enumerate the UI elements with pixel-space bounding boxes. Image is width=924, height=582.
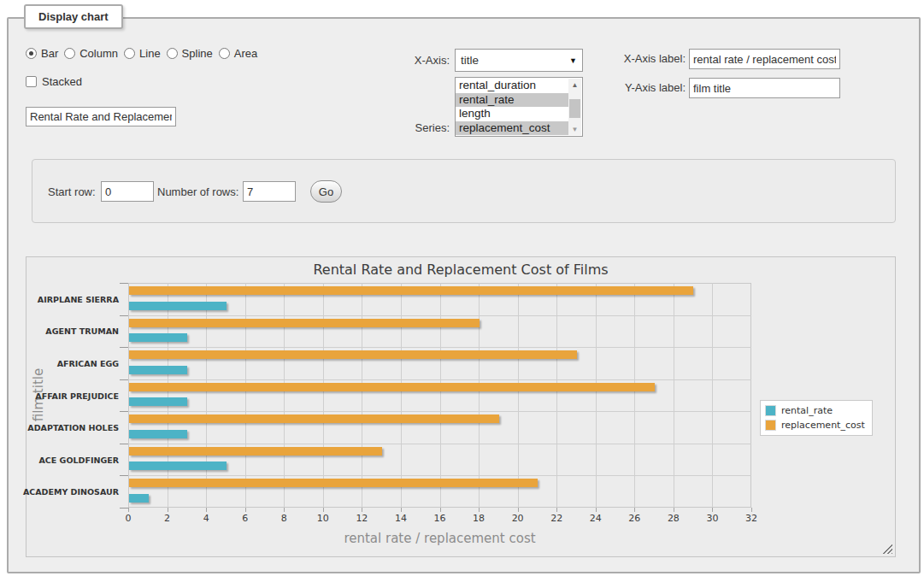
series-option[interactable]: replacement_cost — [456, 121, 568, 136]
chart-row — [129, 475, 750, 508]
bar-rental_rate — [129, 461, 227, 470]
x-tick-mark — [712, 508, 713, 512]
x-tick-mark — [284, 508, 285, 512]
y-tick-mark — [120, 475, 128, 476]
start-row-label: Start row: — [48, 181, 96, 203]
x-tick-mark — [323, 508, 324, 512]
bar-rental_rate — [129, 397, 187, 406]
y-tick-mark — [120, 444, 128, 444]
x-axis-select-label: X-Axis: — [385, 49, 450, 72]
x-tick-mark — [674, 508, 674, 512]
scroll-up-icon[interactable]: ▲ — [568, 79, 581, 91]
x-tick-mark — [128, 508, 129, 512]
series-option[interactable]: rental_rate — [456, 93, 568, 108]
chart-title-input[interactable] — [26, 107, 176, 126]
x-tick-label: 18 — [473, 513, 485, 524]
bar-rental_rate — [129, 333, 187, 342]
stacked-checkbox[interactable] — [26, 76, 37, 87]
legend-item: rental_rate — [765, 405, 865, 416]
chart-area: Rental Rate and Replacement Cost of Film… — [26, 256, 896, 557]
number-of-rows-input[interactable] — [243, 181, 296, 202]
bar-replacement_cost — [129, 479, 538, 487]
bar-replacement_cost — [129, 447, 382, 456]
x-tick-mark — [362, 508, 362, 512]
y-tick-mark — [120, 315, 128, 316]
chart-legend: rental_ratereplacement_cost — [760, 400, 873, 436]
radio-column[interactable]: Column — [64, 47, 118, 60]
x-tick-mark — [596, 508, 597, 512]
x-tick-mark — [401, 508, 402, 512]
y-tick-mark — [120, 379, 128, 380]
chart-row — [129, 379, 750, 412]
stacked-label: Stacked — [42, 75, 82, 88]
series-listbox-label: Series: — [385, 121, 450, 135]
fieldset-legend: Display chart — [24, 4, 123, 29]
radio-column-icon[interactable] — [64, 48, 75, 59]
x-tick-mark — [479, 508, 480, 512]
radio-area[interactable]: Area — [219, 47, 257, 60]
bar-rental_rate — [129, 494, 149, 503]
x-tick-label: 16 — [434, 513, 446, 524]
category-label: ACE GOLDFINGER — [38, 455, 119, 464]
rows-panel: Start row: Number of rows: Go — [32, 159, 896, 223]
chart-title: Rental Rate and Replacement Cost of Film… — [26, 262, 895, 278]
radio-spline[interactable]: Spline — [167, 47, 213, 60]
legend-label: replacement_cost — [781, 420, 865, 431]
legend-label: rental_rate — [781, 405, 833, 416]
x-tick-label: 20 — [512, 513, 524, 524]
radio-area-icon[interactable] — [219, 48, 230, 59]
x-tick-mark — [751, 508, 752, 512]
chart-type-radio-group: Bar Column Line Spline Area — [26, 47, 257, 60]
y-axis-label-input[interactable] — [689, 78, 840, 98]
x-axis-select[interactable]: title ▼ — [455, 49, 583, 72]
radio-line[interactable]: Line — [124, 47, 161, 60]
category-label: AIRPLANE SIERRA — [38, 294, 119, 303]
scrollbar-thumb[interactable] — [569, 99, 580, 118]
chart-row — [129, 315, 750, 348]
series-option-list: rental_durationrental_ratelengthreplacem… — [456, 79, 582, 135]
series-option[interactable]: rental_duration — [456, 79, 568, 93]
legend-swatch-replacement_cost — [765, 420, 776, 431]
radio-column-label: Column — [79, 47, 118, 60]
bar-replacement_cost — [129, 286, 693, 295]
category-label: AFFAIR PREJUDICE — [35, 391, 119, 400]
y-axis-label-caption: Y-Axis label: — [607, 78, 686, 97]
resize-handle-icon[interactable] — [882, 544, 892, 554]
radio-line-icon[interactable] — [124, 48, 135, 59]
start-row-input[interactable] — [101, 181, 154, 202]
x-tick-label: 28 — [668, 513, 680, 524]
x-tick-label: 2 — [164, 513, 170, 524]
radio-bar[interactable]: Bar — [26, 47, 58, 60]
listbox-scrollbar[interactable]: ▲ ▼ — [568, 79, 581, 135]
x-tick-label: 4 — [203, 513, 209, 524]
radio-spline-icon[interactable] — [167, 48, 178, 59]
y-tick-mark — [120, 508, 128, 509]
series-listbox[interactable]: rental_durationrental_ratelengthreplacem… — [455, 77, 583, 137]
x-tick-mark — [518, 508, 519, 512]
bar-replacement_cost — [129, 414, 499, 423]
x-tick-label: 32 — [745, 513, 757, 524]
x-axis-label-input[interactable] — [689, 49, 840, 69]
x-tick-mark — [440, 508, 441, 512]
x-tick-label: 30 — [706, 513, 718, 524]
chevron-down-icon: ▼ — [569, 56, 577, 65]
series-option[interactable]: length — [456, 107, 568, 121]
x-tick-label: 24 — [590, 513, 602, 524]
x-tick-label: 26 — [628, 513, 640, 524]
category-label: AFRICAN EGG — [57, 358, 119, 367]
radio-bar-label: Bar — [41, 47, 58, 60]
chart-row — [129, 347, 750, 379]
x-axis-title: rental rate / replacement cost — [128, 531, 751, 546]
scroll-down-icon[interactable]: ▼ — [568, 123, 581, 135]
radio-bar-icon[interactable] — [26, 48, 37, 59]
x-tick-label: 0 — [126, 513, 132, 524]
category-label: ACADEMY DINOSAUR — [23, 487, 119, 497]
bar-replacement_cost — [129, 350, 577, 359]
x-tick-mark — [206, 508, 207, 512]
y-tick-mark — [120, 283, 128, 284]
legend-item: replacement_cost — [765, 420, 865, 431]
x-tick-mark — [556, 508, 557, 512]
bar-rental_rate — [129, 302, 227, 310]
bar-rental_rate — [129, 430, 187, 438]
go-button[interactable]: Go — [310, 180, 342, 203]
